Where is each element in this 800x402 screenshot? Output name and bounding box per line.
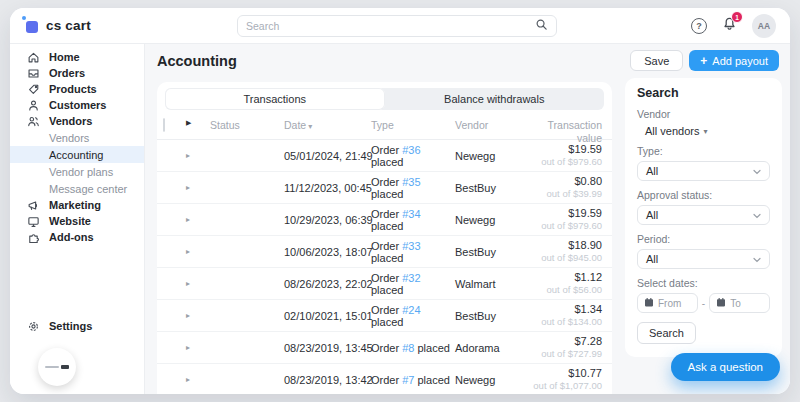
cell-transaction-value: $10.77 out of $1,077.00 [529, 367, 602, 393]
order-link[interactable]: #33 [402, 240, 420, 252]
addons-puzzle-icon [26, 231, 40, 244]
period-filter-label: Period: [637, 233, 770, 245]
cell-date: 05/01/2024, 21:49 [284, 150, 371, 162]
cell-date: 10/06/2023, 18:07 [284, 246, 371, 258]
sidebar-item-label: Orders [49, 67, 85, 79]
cell-transaction-value: $1.34 out of $134.00 [529, 303, 602, 329]
table-row[interactable]: ▸ 08/23/2019, 13:45 Order #8 placed Ador… [157, 332, 612, 364]
row-expand-icon[interactable]: ▸ [186, 183, 210, 192]
approval-status-filter-select[interactable]: All [637, 205, 770, 225]
row-expand-icon[interactable]: ▸ [186, 343, 210, 352]
row-expand-icon[interactable]: ▸ [186, 215, 210, 224]
sidebar-subitem-message-center[interactable]: Message center [10, 180, 144, 197]
chevron-down-icon: ▾ [703, 127, 707, 136]
transactions-panel: Transactions Balance withdrawals ▶ Statu… [157, 82, 612, 394]
tab-transactions[interactable]: Transactions [165, 88, 385, 110]
date-from-input[interactable] [658, 298, 691, 309]
sidebar-subitem-accounting[interactable]: Accounting [10, 146, 144, 163]
cell-type: Order #8 placed [371, 342, 455, 354]
approval-status-filter-label: Approval status: [637, 189, 770, 201]
orders-icon [26, 67, 40, 80]
logo-text: cs cart [46, 18, 91, 33]
sidebar-item-website[interactable]: Website [10, 213, 144, 229]
order-link[interactable]: #35 [402, 176, 420, 188]
order-link[interactable]: #7 [402, 374, 414, 386]
column-header-status: Status [210, 119, 284, 131]
table-row[interactable]: ▸ 10/29/2023, 06:39 Order #34 placed New… [157, 204, 612, 236]
select-all-checkbox[interactable] [163, 118, 165, 132]
calendar-icon [644, 294, 654, 312]
sidebar-item-addons[interactable]: Add-ons [10, 229, 144, 245]
row-expand-icon[interactable]: ▸ [186, 375, 210, 384]
sidebar-item-orders[interactable]: Orders [10, 65, 144, 81]
table-row[interactable]: ▸ 08/23/2019, 13:42 Order #7 placed Newe… [157, 364, 612, 394]
sidebar-subitem-vendor-plans[interactable]: Vendor plans [10, 163, 144, 180]
partner-badge[interactable] [38, 348, 76, 386]
tab-bar: Transactions Balance withdrawals [165, 88, 604, 110]
chevron-down-icon [753, 165, 761, 177]
table-row[interactable]: ▸ 11/12/2023, 00:45 Order #35 placed Bes… [157, 172, 612, 204]
user-avatar[interactable]: AA [752, 14, 776, 38]
sidebar-subitem-vendors[interactable]: Vendors [10, 129, 144, 146]
sidebar-item-settings[interactable]: Settings [10, 318, 144, 334]
vendors-icon [26, 115, 40, 128]
filter-search-button[interactable]: Search [637, 322, 696, 344]
sidebar-item-label: Home [49, 51, 80, 63]
order-link[interactable]: #24 [402, 304, 420, 316]
cell-type: Order #24 placed [371, 304, 455, 328]
row-expand-icon[interactable]: ▸ [186, 311, 210, 320]
notifications-button[interactable]: 1 [722, 16, 737, 35]
cell-date: 08/23/2019, 13:42 [284, 374, 371, 386]
cell-transaction-value: $7.28 out of $727.99 [529, 335, 602, 361]
global-search-input[interactable] [246, 20, 535, 32]
type-filter-select[interactable]: All [637, 161, 770, 181]
tab-balance-withdrawals[interactable]: Balance withdrawals [385, 88, 605, 110]
order-link[interactable]: #36 [402, 144, 420, 156]
cell-type: Order #33 placed [371, 240, 455, 264]
table-row[interactable]: ▸ 02/10/2021, 15:01 Order #24 placed Bes… [157, 300, 612, 332]
sidebar-item-marketing[interactable]: Marketing [10, 197, 144, 213]
order-link[interactable]: #32 [402, 272, 420, 284]
date-to-field[interactable] [709, 293, 770, 313]
date-to-input[interactable] [730, 298, 763, 309]
help-icon[interactable]: ? [691, 18, 707, 34]
customer-icon [26, 99, 40, 112]
calendar-icon [716, 294, 726, 312]
vendor-filter-label: Vendor [637, 108, 770, 120]
ask-a-question-button[interactable]: Ask a question [671, 353, 780, 381]
period-filter-select[interactable]: All [637, 249, 770, 269]
row-expand-icon[interactable]: ▸ [186, 247, 210, 256]
cell-transaction-value: $1.12 out of $56.00 [529, 271, 602, 297]
date-from-field[interactable] [637, 293, 698, 313]
cell-transaction-value: $0.80 out of $39.99 [529, 175, 602, 201]
badge-text-decoration [45, 366, 59, 368]
order-link[interactable]: #34 [402, 208, 420, 220]
add-payout-button[interactable]: + Add payout [689, 50, 779, 71]
expand-all-icon[interactable]: ▶ [186, 119, 210, 127]
order-link[interactable]: #8 [402, 342, 414, 354]
column-header-type: Type [371, 119, 455, 131]
sidebar-item-home[interactable]: Home [10, 49, 144, 65]
cell-type: Order #34 placed [371, 208, 455, 232]
global-search-box[interactable] [237, 15, 557, 37]
home-icon [26, 51, 40, 64]
cell-type: Order #35 placed [371, 176, 455, 200]
sidebar-item-customers[interactable]: Customers [10, 97, 144, 113]
chevron-down-icon [753, 253, 761, 265]
table-row[interactable]: ▸ 10/06/2023, 18:07 Order #33 placed Bes… [157, 236, 612, 268]
cell-date: 10/29/2023, 06:39 [284, 214, 371, 226]
notification-count-badge: 1 [731, 11, 743, 23]
row-expand-icon[interactable]: ▸ [186, 279, 210, 288]
cell-date: 02/10/2021, 15:01 [284, 310, 371, 322]
select-dates-label: Select dates: [637, 277, 770, 289]
sidebar-item-label: Website [49, 215, 91, 227]
sidebar-item-vendors[interactable]: Vendors [10, 113, 144, 129]
sidebar-item-products[interactable]: Products [10, 81, 144, 97]
vendor-filter-dropdown[interactable]: All vendors ▾ [645, 125, 770, 137]
row-expand-icon[interactable]: ▸ [186, 151, 210, 160]
table-row[interactable]: ▸ 08/26/2023, 22:02 Order #32 placed Wal… [157, 268, 612, 300]
save-button[interactable]: Save [630, 50, 683, 71]
table-row[interactable]: ▸ 05/01/2024, 21:49 Order #36 placed New… [157, 140, 612, 172]
column-header-date[interactable]: Date▾ [284, 119, 371, 131]
sort-desc-icon: ▾ [308, 122, 312, 131]
